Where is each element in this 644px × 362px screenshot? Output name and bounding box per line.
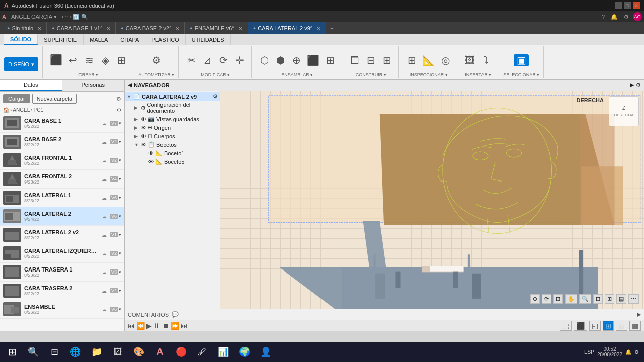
tab-sin-titulo[interactable]: ● Sin título ✕ (2, 22, 47, 34)
breadcrumb-angel[interactable]: ANGEL (13, 107, 30, 113)
list-item[interactable]: CARA FRONTAL 2 9/23/22 ☁ V4▾ (0, 170, 124, 189)
list-item[interactable]: CARA LATERAL IZQUIERDA 8/22/22 ☁ V2▾ (0, 244, 124, 263)
list-item[interactable]: CARA FRONTAL 1 8/22/22 ☁ V2▾ (0, 151, 124, 170)
taskbar-teams[interactable]: 👤 (256, 343, 276, 361)
inspeccionar3-button[interactable]: ◎ (438, 54, 453, 66)
nav-item-boceto1[interactable]: 👁 📐 Boceto1 (125, 149, 220, 157)
left-tab-datos[interactable]: Datos (0, 80, 62, 91)
list-item[interactable]: CARA TRASERA 2 8/22/22 ☁ V2▾ (0, 282, 124, 300)
revolucion-button[interactable]: ↩ (65, 54, 80, 66)
automatizar-button[interactable]: ⚙ (149, 54, 164, 66)
redo-icon[interactable]: ↪ (67, 14, 72, 20)
orbit-icon[interactable]: ⟳ (542, 294, 551, 304)
view-ctrl-4[interactable]: ⊞ (603, 321, 614, 331)
barrido-button[interactable]: ≋ (82, 54, 97, 66)
ribbon-tab-solido[interactable]: SÓLIDO (4, 34, 38, 45)
extrusion-button[interactable]: ⬛ (48, 54, 64, 67)
view-options-icon[interactable]: ▤ (616, 294, 626, 304)
ensamblar3-button[interactable]: ⊕ (289, 54, 304, 66)
comments-icon[interactable]: 💬 (172, 311, 179, 318)
design-button[interactable]: DISEÑO ▾ (4, 57, 38, 71)
navigator-settings-icon[interactable]: ⚙ (636, 82, 641, 88)
playback-prev-button[interactable]: ⏪ (136, 322, 145, 330)
taskbar-settings-icon[interactable]: ⚙ (634, 349, 639, 355)
settings-icon[interactable]: ⚙ (622, 14, 631, 20)
new-folder-button[interactable]: Nueva carpeta (32, 94, 77, 104)
view-ctrl-2[interactable]: ⬛ (574, 321, 587, 331)
navigator-expand-icon[interactable]: ◀ (128, 82, 132, 88)
canvas-area[interactable]: DERECHA Z DERECHA ⊕ ⟳ ⊞ ✋ (220, 91, 644, 309)
list-item[interactable]: ENSAMBLE 8/26/22 ☁ V6▾ (0, 300, 124, 319)
inspeccionar1-button[interactable]: ⊞ (404, 54, 419, 66)
modificar3-button[interactable]: ⟳ (216, 54, 231, 66)
user-dropdown-icon[interactable]: ▾ (54, 14, 57, 20)
ribbon-tab-superficie[interactable]: SUPERFICIE (38, 34, 84, 45)
user-avatar[interactable]: AG (633, 12, 642, 21)
tab-cara-lateral-2[interactable]: ● CARA LATERAL 2 v9° ✕ (248, 22, 326, 34)
view-ctrl-6[interactable]: ▦ (629, 321, 641, 331)
new-body-button[interactable]: ⊞ (114, 54, 129, 66)
list-item[interactable]: CARA LATERAL 1 8/23/22 ☁ V6▾ (0, 189, 124, 207)
origen-visible-icon[interactable]: 👁 (141, 125, 146, 131)
insertar1-button[interactable]: 🖼 (462, 54, 477, 66)
taskbar-fusion[interactable]: A (150, 343, 170, 361)
tab-close-cara-base-1[interactable]: ✕ (106, 26, 110, 31)
pan-icon[interactable]: ✋ (565, 294, 577, 304)
bocetos-visible-icon[interactable]: 👁 (141, 142, 146, 148)
list-item[interactable]: CARA BASE 1 8/22/22 ☁ V7▾ (0, 114, 124, 133)
list-item-selected[interactable]: CARA LATERAL 2 9/24/22 ☁ V6▾ (0, 207, 124, 226)
taskbar-notification-icon[interactable]: 🔔 (625, 349, 631, 355)
start-button[interactable]: ⊞ (2, 343, 22, 361)
refresh-icon[interactable]: 🔃 (73, 14, 80, 20)
left-tab-personas[interactable]: Personas (62, 80, 125, 91)
taskbar-app3[interactable]: 🔴 (171, 343, 191, 361)
panel-settings-icon[interactable]: ⚙ (116, 96, 121, 102)
root-settings-icon[interactable]: ⚙ (213, 93, 218, 100)
construir3-button[interactable]: ⊞ (379, 54, 394, 66)
breadcrumb-pc1[interactable]: PC1 (34, 107, 43, 113)
boceto1-visible-icon[interactable]: 👁 (148, 150, 154, 156)
inspeccionar2-button[interactable]: 📐 (420, 54, 437, 66)
seleccionar-button[interactable]: ▣ (514, 54, 529, 66)
construir1-button[interactable]: ⧠ (347, 54, 362, 66)
ensamblar5-button[interactable]: ⊞ (323, 54, 338, 66)
taskbar-app1[interactable]: 🎨 (129, 343, 149, 361)
breadcrumb-settings-icon[interactable]: ⚙ (117, 107, 121, 113)
taskbar-photos[interactable]: 🖼 (108, 343, 128, 361)
ensamblar1-button[interactable]: ⬡ (257, 54, 272, 66)
zoom-icon[interactable]: 🔍 (579, 294, 591, 304)
taskbar-explorer[interactable]: 📁 (87, 343, 107, 361)
tab-close-cara-lateral-2[interactable]: ✕ (316, 26, 320, 31)
ribbon-tab-utilidades[interactable]: UTILIDADES (186, 34, 231, 45)
move-button[interactable]: ✛ (232, 54, 247, 66)
ribbon-tab-malla[interactable]: MALLA (84, 34, 114, 45)
nav-item-root[interactable]: ▼ 📄 CARA LATERAL 2 v9 ⚙ (125, 92, 220, 101)
tab-close-cara-base-2[interactable]: ✕ (175, 26, 179, 31)
playback-pause-button[interactable]: ⏸ (153, 322, 160, 330)
modificar2-button[interactable]: ⊿ (200, 54, 215, 66)
search-icon[interactable]: 🔍 (81, 14, 88, 20)
close-button[interactable]: ✕ (633, 2, 640, 9)
view-ctrl-5[interactable]: ▤ (616, 321, 627, 331)
undo-icon[interactable]: ↩ (62, 14, 66, 20)
navigator-collapse-icon[interactable]: ▶ (630, 82, 634, 88)
nav-item-cuerpos[interactable]: ▶ 👁 ◻ Cuerpos (125, 132, 220, 140)
zoom-fit-icon[interactable]: ⊞ (553, 294, 563, 304)
load-button[interactable]: Cargar (3, 94, 30, 103)
nav-item-origen[interactable]: ▶ 👁 ⊕ Origen (125, 123, 220, 132)
notifications-icon[interactable]: 🔔 (609, 14, 620, 20)
ensamblar4-button[interactable]: ⬛ (305, 54, 321, 66)
playback-next-button[interactable]: ⏩ (171, 322, 179, 330)
breadcrumb-home[interactable]: 🏠 (3, 107, 9, 113)
more-options-icon[interactable]: ⋯ (628, 294, 639, 304)
view-ctrl-3[interactable]: ◱ (589, 321, 601, 331)
solevado-button[interactable]: ◈ (98, 54, 113, 66)
tab-close-ensamble[interactable]: ✕ (238, 26, 243, 31)
playback-first-button[interactable]: ⏮ (128, 322, 135, 330)
list-item[interactable]: CARA TRASERA 1 8/23/22 ☁ V3▾ (0, 263, 124, 282)
display-mode-icon[interactable]: ⊟ (593, 294, 603, 304)
nav-item-vistas[interactable]: ▶ 👁 📷 Vistas guardadas (125, 115, 220, 123)
ribbon-tab-plastico[interactable]: PLÁSTICO (145, 34, 185, 45)
search-button[interactable]: 🔍 (23, 343, 43, 361)
cuerpos-visible-icon[interactable]: 👁 (141, 133, 146, 139)
